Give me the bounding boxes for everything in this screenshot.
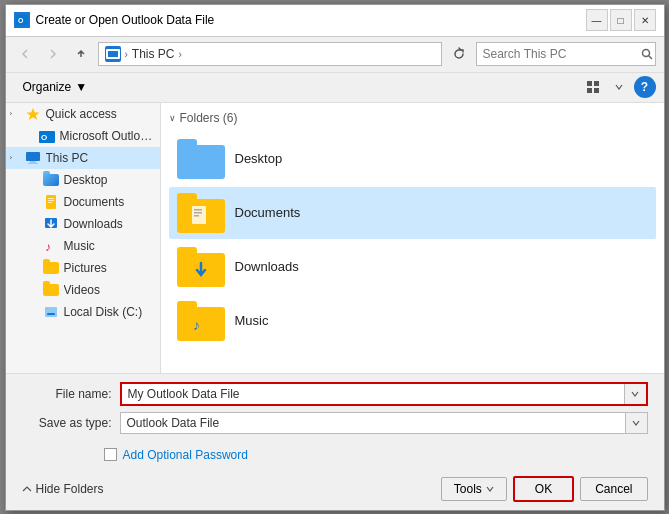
svg-text:♪: ♪	[193, 317, 200, 333]
svg-rect-15	[48, 198, 54, 199]
footer-row: Hide Folders Tools OK Cancel	[6, 470, 664, 510]
svg-rect-13	[28, 163, 38, 164]
maximize-button[interactable]: □	[610, 9, 632, 31]
folder-item-desktop[interactable]: Desktop	[169, 133, 656, 185]
sidebar-item-quick-access[interactable]: › Quick access	[6, 103, 160, 125]
svg-rect-12	[30, 161, 36, 163]
view-arrow-button[interactable]	[608, 76, 630, 98]
organize-button[interactable]: Organize ▼	[14, 77, 97, 97]
folder-item-music[interactable]: ♪ Music	[169, 295, 656, 347]
bottom-section: File name: Save as type: Outlook Data Fi…	[6, 373, 664, 448]
sidebar-item-downloads[interactable]: Downloads	[6, 213, 160, 235]
file-name-input[interactable]	[122, 384, 624, 404]
outlook-folder-icon: O	[38, 128, 56, 144]
sidebar-item-videos[interactable]: Videos	[6, 279, 160, 301]
save-type-label: Save as type:	[22, 416, 112, 430]
password-row: Add Optional Password	[6, 448, 664, 462]
music-icon: ♪	[42, 238, 60, 254]
save-type-value: Outlook Data File	[121, 413, 625, 433]
section-label: Folders (6)	[180, 111, 238, 125]
sidebar-label-outlook: Microsoft Outloo...	[60, 129, 156, 143]
svg-rect-23	[194, 209, 202, 211]
up-button[interactable]	[70, 43, 92, 65]
sidebar-label-quick-access: Quick access	[46, 107, 117, 121]
section-arrow-icon: ∨	[169, 113, 176, 123]
sidebar-label-desktop: Desktop	[64, 173, 108, 187]
section-header: ∨ Folders (6)	[169, 111, 656, 125]
svg-rect-17	[48, 202, 52, 203]
this-pc-icon	[24, 150, 42, 166]
svg-rect-11	[26, 152, 40, 161]
svg-text:♪: ♪	[45, 240, 51, 253]
music-folder-icon: ♪	[177, 301, 225, 341]
downloads-icon	[42, 216, 60, 232]
quick-access-icon	[24, 106, 42, 122]
sidebar-item-outlook[interactable]: O Microsoft Outloo...	[6, 125, 160, 147]
breadcrumb-location: This PC	[132, 47, 175, 61]
title-bar: O Create or Open Outlook Data File — □ ✕	[6, 5, 664, 37]
svg-rect-21	[47, 313, 55, 315]
save-type-dropdown-button[interactable]	[625, 413, 647, 433]
ok-button[interactable]: OK	[513, 476, 574, 502]
search-bar[interactable]	[476, 42, 656, 66]
documents-icon	[42, 194, 60, 210]
svg-rect-7	[594, 88, 599, 93]
svg-line-3	[648, 56, 652, 60]
svg-rect-20	[45, 307, 57, 317]
folder-item-documents[interactable]: Documents	[169, 187, 656, 239]
videos-icon	[42, 282, 60, 298]
cancel-button[interactable]: Cancel	[580, 477, 647, 501]
breadcrumb-bar[interactable]: › This PC ›	[98, 42, 442, 66]
folder-grid: Desktop	[169, 133, 656, 347]
folder-name-documents: Documents	[235, 205, 301, 220]
sidebar-item-pictures[interactable]: Pictures	[6, 257, 160, 279]
outlook-icon: O	[14, 12, 30, 28]
back-button[interactable]	[14, 43, 36, 65]
folder-item-downloads[interactable]: Downloads	[169, 241, 656, 293]
dialog-title: Create or Open Outlook Data File	[36, 13, 215, 27]
tools-button[interactable]: Tools	[441, 477, 507, 501]
organize-arrow-icon: ▼	[75, 80, 87, 94]
search-button[interactable]	[639, 43, 655, 65]
svg-rect-6	[587, 88, 592, 93]
sidebar-label-pictures: Pictures	[64, 261, 107, 275]
dialog-window: O Create or Open Outlook Data File — □ ✕…	[5, 4, 665, 511]
pictures-icon	[42, 260, 60, 276]
file-name-label: File name:	[22, 387, 112, 401]
sidebar-item-documents[interactable]: Documents	[6, 191, 160, 213]
help-button[interactable]: ?	[634, 76, 656, 98]
breadcrumb-end-arrow: ›	[179, 49, 182, 60]
save-type-row: Save as type: Outlook Data File	[22, 412, 648, 434]
sidebar-item-music[interactable]: ♪ Music	[6, 235, 160, 257]
minimize-button[interactable]: —	[586, 9, 608, 31]
svg-text:O: O	[41, 133, 47, 142]
file-name-dropdown-button[interactable]	[624, 384, 646, 404]
breadcrumb-separator: ›	[125, 49, 128, 60]
hide-folders-button[interactable]: Hide Folders	[22, 482, 104, 496]
password-checkbox[interactable]	[104, 448, 117, 461]
sidebar: › Quick access O Microsoft Outloo..	[6, 103, 161, 373]
folder-name-downloads: Downloads	[235, 259, 299, 274]
footer-right: Tools OK Cancel	[441, 476, 648, 502]
svg-rect-5	[594, 81, 599, 86]
sidebar-item-this-pc[interactable]: › This PC	[6, 147, 160, 169]
hide-folders-label: Hide Folders	[36, 482, 104, 496]
drive-icon	[42, 304, 60, 320]
downloads-folder-icon	[177, 247, 225, 287]
search-input[interactable]	[477, 47, 639, 61]
main-content: › Quick access O Microsoft Outloo..	[6, 103, 664, 373]
forward-button[interactable]	[42, 43, 64, 65]
view-button[interactable]	[582, 76, 604, 98]
save-type-select-wrapper: Outlook Data File	[120, 412, 648, 434]
desktop-folder-icon	[177, 139, 225, 179]
password-link[interactable]: Add Optional Password	[123, 448, 248, 462]
close-button[interactable]: ✕	[634, 9, 656, 31]
refresh-button[interactable]	[448, 43, 470, 65]
sidebar-item-local-disk[interactable]: Local Disk (C:)	[6, 301, 160, 323]
folder-name-desktop: Desktop	[235, 151, 283, 166]
svg-point-2	[642, 50, 649, 57]
sidebar-item-desktop[interactable]: Desktop	[6, 169, 160, 191]
sidebar-label-videos: Videos	[64, 283, 100, 297]
file-name-input-wrapper	[120, 382, 648, 406]
sidebar-label-local-disk: Local Disk (C:)	[64, 305, 143, 319]
